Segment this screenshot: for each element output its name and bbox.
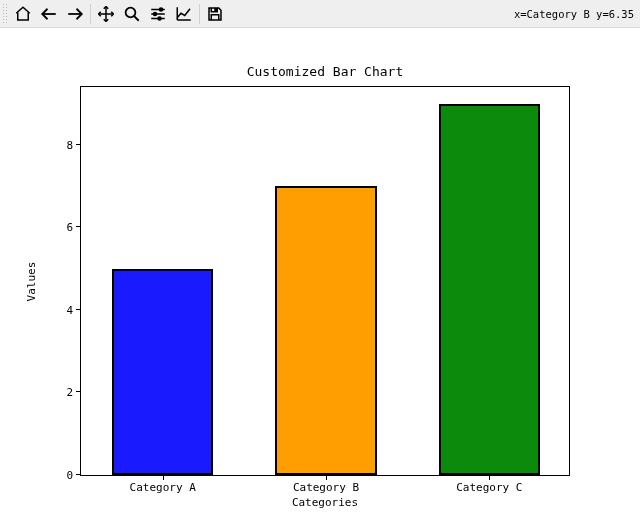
toolbar-grip	[2, 3, 8, 25]
coord-readout: x=Category B y=6.35	[514, 0, 634, 28]
bar	[439, 104, 540, 475]
y-tick-mark	[76, 474, 81, 475]
save-icon[interactable]	[202, 2, 228, 26]
toolbar-separator	[90, 4, 91, 24]
svg-point-0	[126, 7, 136, 17]
zoom-icon[interactable]	[119, 2, 145, 26]
y-axis-label: Values	[24, 86, 40, 476]
bar	[112, 269, 213, 475]
pan-icon[interactable]	[93, 2, 119, 26]
y-tick-label: 0	[66, 469, 81, 482]
axis-edit-icon[interactable]	[171, 2, 197, 26]
y-tick-label: 2	[66, 386, 81, 399]
svg-point-1	[160, 8, 163, 11]
svg-point-2	[154, 12, 157, 15]
y-tick-mark	[76, 144, 81, 145]
toolbar: x=Category B y=6.35	[0, 0, 640, 28]
toolbar-separator	[199, 4, 200, 24]
bar	[275, 186, 376, 475]
plot-canvas[interactable]: Customized Bar Chart Values 02468Categor…	[0, 28, 640, 514]
y-tick-mark	[76, 309, 81, 310]
y-tick-label: 4	[66, 303, 81, 316]
forward-icon[interactable]	[62, 2, 88, 26]
y-tick-label: 8	[66, 138, 81, 151]
axes: 02468Category ACategory BCategory C	[80, 86, 570, 476]
x-tick-label: Category B	[293, 475, 359, 494]
subplots-icon[interactable]	[145, 2, 171, 26]
x-tick-label: Category A	[130, 475, 196, 494]
back-icon[interactable]	[36, 2, 62, 26]
svg-point-3	[158, 17, 161, 20]
x-axis-label: Categories	[80, 496, 570, 509]
x-tick-label: Category C	[456, 475, 522, 494]
y-tick-mark	[76, 226, 81, 227]
svg-rect-4	[215, 8, 217, 10]
home-icon[interactable]	[10, 2, 36, 26]
chart-title: Customized Bar Chart	[80, 64, 570, 79]
y-tick-mark	[76, 391, 81, 392]
y-tick-label: 6	[66, 221, 81, 234]
